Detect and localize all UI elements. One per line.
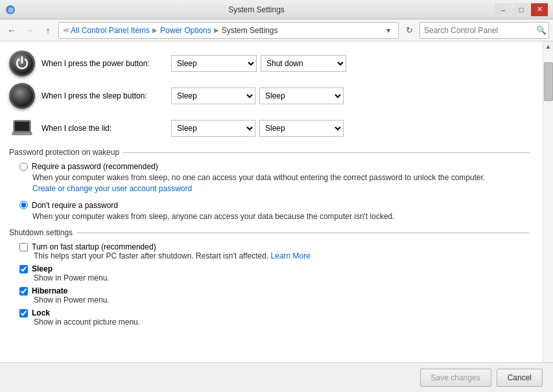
no-require-password-radio[interactable] [19,201,28,209]
power-button-dropdowns: Sleep Do nothing Hibernate Shut down Tur… [171,55,530,72]
shutdown-settings: Turn on fast startup (recommended) This … [9,242,530,327]
up-button[interactable]: ↑ [40,23,56,38]
sleep-checkbox[interactable] [19,265,28,273]
hibernate-item: Hibernate Show in Power menu. [19,286,530,305]
breadcrumb: ≪ All Control Panel Items ▶ Power Option… [58,22,399,39]
content-panel: When I press the power button: Sleep Do … [0,41,543,392]
cancel-button[interactable]: Cancel [497,369,543,387]
minimize-button[interactable]: – [495,3,512,16]
no-require-password-row: Don't require a password [19,201,530,210]
app-icon: ⚙ [5,3,18,16]
lock-desc: Show in account picture menu. [34,317,530,327]
scrollbar[interactable]: ▲ ▼ [543,41,553,392]
sleep-button-plugged-in-select[interactable]: Sleep Do nothing Hibernate Shut down [259,87,344,104]
search-input[interactable] [419,22,549,39]
lid-on-battery-select[interactable]: Sleep Do nothing Hibernate Shut down [171,120,255,137]
power-button-icon [9,51,35,76]
no-require-password-label[interactable]: Don't require a password [32,201,118,210]
svg-rect-5 [15,122,29,131]
lid-label: When I close the lid: [41,124,165,133]
save-changes-button[interactable]: Save changes [420,369,491,387]
hibernate-label[interactable]: Hibernate [32,286,67,295]
fast-startup-checkbox[interactable] [19,243,28,251]
sleep-button-on-battery-select[interactable]: Sleep Do nothing Hibernate Shut down [171,87,255,104]
svg-point-3 [11,85,33,107]
window-title: System Settings [18,5,495,14]
title-bar: ⚙ System Settings – □ ✕ [0,0,553,19]
search-wrapper: 🔍 [419,22,549,39]
no-require-password-desc: When your computer wakes from sleep, any… [32,211,530,222]
password-section-title: Password protection on wakeup [9,148,119,157]
sleep-item: Sleep Show in Power menu. [19,264,530,282]
fast-startup-item: Turn on fast startup (recommended) This … [19,242,530,260]
lock-checkbox[interactable] [19,309,28,317]
sleep-row: Sleep [19,264,530,273]
power-button-row: When I press the power button: Sleep Do … [9,51,530,76]
forward-button[interactable]: → [22,23,38,38]
scroll-thumb[interactable] [544,62,553,101]
lock-label[interactable]: Lock [32,308,50,317]
learn-more-link[interactable]: Learn More [271,251,311,260]
password-section-divider: Password protection on wakeup [9,148,530,157]
sleep-button-row: When I press the sleep button: Sleep Do … [9,83,530,109]
power-button-on-battery-select[interactable]: Sleep Do nothing Hibernate Shut down Tur… [171,55,257,72]
hibernate-checkbox[interactable] [19,287,28,295]
sleep-label[interactable]: Sleep [32,264,53,273]
password-radio-group: Require a password (recommended) When yo… [19,162,530,222]
main-content: When I press the power button: Sleep Do … [0,41,553,392]
password-divider-line [123,152,530,153]
lid-plugged-in-select[interactable]: Sleep Do nothing Hibernate Shut down [259,120,344,137]
lock-row: Lock [19,308,530,317]
lid-row: When I close the lid: Sleep Do nothing H… [9,115,530,141]
bottom-bar: Save changes Cancel [0,362,553,392]
sleep-button-icon [9,83,35,109]
power-button-plugged-in-select[interactable]: Shut down Do nothing Sleep Hibernate Tur… [261,55,346,72]
lid-dropdowns: Sleep Do nothing Hibernate Shut down Sle… [171,120,530,137]
hibernate-row: Hibernate [19,286,530,295]
shutdown-section-title: Shutdown settings [9,228,73,237]
close-button[interactable]: ✕ [531,3,548,16]
breadcrumb-power-options[interactable]: Power Options [160,26,211,35]
fast-startup-label[interactable]: Turn on fast startup (recommended) [32,242,156,251]
shutdown-section-divider: Shutdown settings [9,228,530,237]
require-password-radio[interactable] [19,163,28,171]
breadcrumb-all-items[interactable]: All Control Panel Items [71,26,150,35]
create-password-link[interactable]: Create or change your user account passw… [32,184,192,193]
shutdown-divider-line [76,233,530,233]
breadcrumb-system-settings: System Settings [222,26,278,35]
lid-icon [9,115,35,141]
sleep-desc: Show in Power menu. [34,273,530,282]
lock-item: Lock Show in account picture menu. [19,308,530,327]
breadcrumb-dropdown-arrow[interactable]: ▾ [382,25,394,36]
require-password-label[interactable]: Require a password (recommended) [32,162,158,171]
sleep-button-dropdowns: Sleep Do nothing Hibernate Shut down Sle… [171,87,530,104]
search-icon[interactable]: 🔍 [536,25,547,35]
nav-bar: ← → ↑ ≪ All Control Panel Items ▶ Power … [0,19,553,41]
require-password-option: Require a password (recommended) When yo… [19,162,530,194]
maximize-button[interactable]: □ [513,3,530,16]
require-password-row: Require a password (recommended) [19,162,530,171]
require-password-desc: When your computer wakes from sleep, no … [32,172,530,194]
back-button[interactable]: ← [4,23,19,38]
no-require-password-option: Don't require a password When your compu… [19,201,530,222]
fast-startup-row: Turn on fast startup (recommended) [19,242,530,251]
hibernate-desc: Show in Power menu. [34,295,530,305]
power-button-label: When I press the power button: [41,59,165,68]
sleep-button-label: When I press the sleep button: [41,91,165,100]
window-controls: – □ ✕ [495,3,548,16]
svg-text:⚙: ⚙ [8,6,14,14]
refresh-button[interactable]: ↻ [401,23,417,38]
scroll-up-arrow[interactable]: ▲ [543,41,554,52]
fast-startup-desc: This helps start your PC faster after sh… [34,251,530,260]
